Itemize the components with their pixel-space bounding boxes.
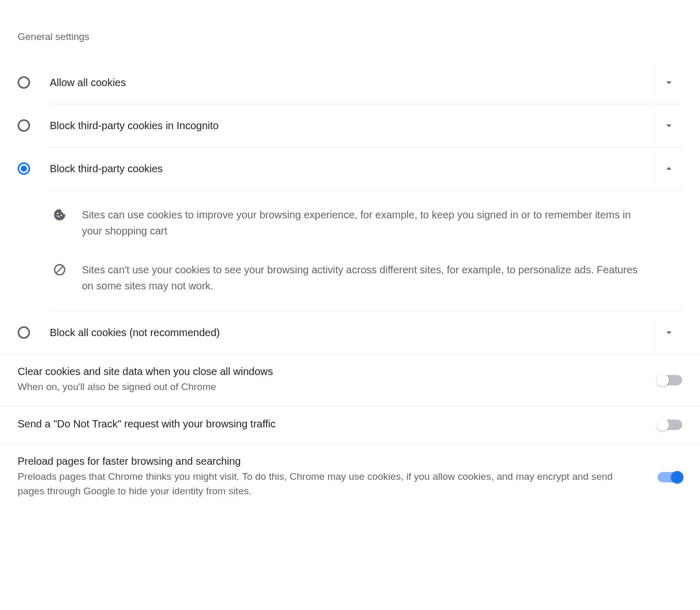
radio-block-all-cookies[interactable]: Block all cookies (not recommended) bbox=[50, 311, 682, 354]
chevron-down-icon bbox=[663, 119, 675, 132]
toggle-subtitle: Preloads pages that Chrome thinks you mi… bbox=[18, 469, 637, 499]
toggle-switch[interactable] bbox=[657, 375, 682, 385]
expand-button[interactable] bbox=[654, 112, 682, 140]
toggle-do-not-track[interactable]: Send a "Do Not Track" request with your … bbox=[0, 407, 700, 444]
toggle-preload-pages[interactable]: Preload pages for faster browsing and se… bbox=[0, 444, 700, 510]
radio-button-icon bbox=[18, 76, 30, 89]
radio-block-third-party[interactable]: Block third-party cookies bbox=[50, 147, 682, 190]
radio-button-icon bbox=[18, 326, 30, 339]
toggle-title: Preload pages for faster browsing and se… bbox=[18, 455, 637, 467]
section-header: General settings bbox=[18, 31, 682, 43]
toggle-switch[interactable] bbox=[657, 472, 682, 482]
block-icon bbox=[53, 263, 66, 276]
radio-allow-all-cookies[interactable]: Allow all cookies bbox=[18, 61, 682, 104]
radio-label: Block third-party cookies bbox=[50, 163, 648, 175]
radio-button-icon bbox=[18, 162, 30, 175]
chevron-down-icon bbox=[663, 326, 675, 339]
detail-text: Sites can't use your cookies to see your… bbox=[82, 262, 682, 294]
toggle-title: Clear cookies and site data when you clo… bbox=[18, 366, 637, 378]
toggle-text: Send a "Do Not Track" request with your … bbox=[18, 418, 657, 432]
chevron-up-icon bbox=[663, 162, 675, 175]
svg-line-5 bbox=[57, 267, 63, 273]
toggle-switch[interactable] bbox=[657, 420, 682, 430]
cookie-radio-group: Allow all cookies Block third-party cook… bbox=[18, 61, 682, 354]
toggle-knob bbox=[656, 419, 669, 431]
toggle-title: Send a "Do Not Track" request with your … bbox=[18, 418, 637, 430]
radio-label: Allow all cookies bbox=[50, 77, 648, 89]
chevron-down-icon bbox=[663, 76, 675, 89]
toggle-subtitle: When on, you'll also be signed out of Ch… bbox=[18, 380, 637, 395]
collapse-button[interactable] bbox=[654, 155, 682, 183]
svg-point-2 bbox=[61, 215, 62, 216]
radio-button-icon bbox=[18, 119, 30, 132]
radio-details: Sites can use cookies to improve your br… bbox=[50, 190, 682, 311]
svg-point-3 bbox=[57, 215, 58, 216]
toggle-text: Clear cookies and site data when you clo… bbox=[18, 366, 657, 395]
radio-label: Block third-party cookies in Incognito bbox=[50, 120, 648, 132]
toggle-text: Preload pages for faster browsing and se… bbox=[18, 455, 657, 499]
toggle-knob bbox=[671, 471, 683, 483]
toggle-section: Clear cookies and site data when you clo… bbox=[0, 354, 700, 510]
radio-label: Block all cookies (not recommended) bbox=[50, 327, 648, 339]
expand-button[interactable] bbox=[654, 68, 682, 96]
toggle-clear-on-close[interactable]: Clear cookies and site data when you clo… bbox=[0, 354, 700, 407]
expand-button[interactable] bbox=[654, 318, 682, 346]
toggle-knob bbox=[656, 374, 669, 386]
detail-row: Sites can use cookies to improve your br… bbox=[50, 196, 682, 251]
svg-point-0 bbox=[57, 213, 59, 214]
svg-point-1 bbox=[58, 216, 60, 217]
detail-row: Sites can't use your cookies to see your… bbox=[50, 251, 682, 306]
radio-block-third-party-incognito[interactable]: Block third-party cookies in Incognito bbox=[50, 104, 682, 147]
cookie-icon bbox=[53, 208, 66, 221]
detail-text: Sites can use cookies to improve your br… bbox=[82, 207, 682, 239]
